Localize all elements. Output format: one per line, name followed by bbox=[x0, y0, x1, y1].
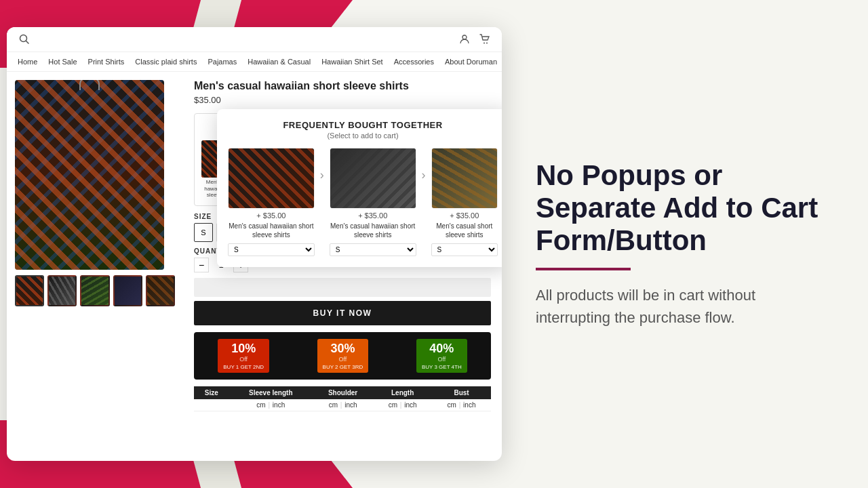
discount-item-2: 30% Off BUY 2 GET 3RD bbox=[317, 339, 369, 373]
size-chart-sleeve-units: cm | inch bbox=[229, 399, 313, 411]
fbt-modal-item-wrap-1: + $35.00 Men's casual hawaiian short sle… bbox=[228, 148, 315, 256]
shirt-pattern bbox=[15, 80, 164, 270]
browser-topbar bbox=[7, 27, 502, 52]
unit-cm-1: cm bbox=[256, 401, 265, 409]
svg-point-3 bbox=[484, 43, 485, 44]
fbt-modal-img-1 bbox=[228, 148, 315, 209]
discount-off-3: Off bbox=[422, 356, 462, 363]
size-chart-header-bust: Bust bbox=[432, 386, 491, 399]
fbt-modal-item-3: + $35.00 Men's casual short sleeve shirt… bbox=[431, 148, 498, 256]
thumbnail-1[interactable] bbox=[15, 275, 44, 306]
fbt-modal-title: FREQUENTLY BOUGHT TOGETHER bbox=[228, 120, 498, 130]
search-icon[interactable] bbox=[18, 33, 31, 46]
fbt-modal-name-1: Men's casual hawaiian short sleeve shirt… bbox=[228, 222, 315, 239]
size-chart-header-shoulder: Shoulder bbox=[313, 386, 373, 399]
size-chart-unit-row: cm | inch cm | inch cm bbox=[194, 399, 491, 411]
fbt-modal-item-1: + $35.00 Men's casual hawaiian short sle… bbox=[228, 148, 315, 256]
size-chart-shoulder-units: cm | inch bbox=[313, 399, 373, 411]
sep-1: | bbox=[268, 401, 271, 409]
nav-print-shirts[interactable]: Print Shirts bbox=[88, 58, 125, 66]
fbt-modal-price-2: + $35.00 bbox=[330, 211, 416, 220]
nav-about[interactable]: About Doruman bbox=[445, 58, 497, 66]
fbt-modal-size-1[interactable]: SMLXL bbox=[228, 243, 315, 256]
fbt-modal-price-3: + $35.00 bbox=[431, 211, 498, 220]
product-images bbox=[7, 72, 183, 455]
unit-cm-4: cm bbox=[448, 401, 456, 409]
discount-desc-2: BUY 2 GET 3RD bbox=[323, 364, 363, 370]
discount-item-3: 40% Off BUY 3 GET 4TH bbox=[416, 339, 467, 373]
fbt-modal-size-3[interactable]: SMLXL bbox=[431, 243, 498, 256]
discount-pct-3: 40% bbox=[429, 342, 454, 355]
thumbnail-4[interactable] bbox=[113, 275, 142, 306]
size-s[interactable]: S bbox=[194, 223, 213, 242]
thumbnail-3[interactable] bbox=[80, 275, 109, 306]
discount-off-1: Off bbox=[223, 356, 264, 363]
sep-4: | bbox=[459, 401, 462, 409]
product-price: $35.00 bbox=[194, 95, 491, 105]
fbt-modal-items: + $35.00 Men's casual hawaiian short sle… bbox=[228, 148, 498, 256]
discount-banner: 10% Off BUY 1 GET 2ND 30% Off BUY 2 GET … bbox=[194, 332, 491, 380]
fbt-modal-name-2: Men's casual hawaiian short sleeve shirt… bbox=[330, 222, 416, 239]
nav-hot-sale[interactable]: Hot Sale bbox=[48, 58, 77, 66]
sep-2: | bbox=[340, 401, 344, 409]
size-chart-header-size: Size bbox=[194, 386, 229, 399]
discount-pct-2: 30% bbox=[330, 342, 355, 355]
fbt-modal-name-3: Men's casual short sleeve shirts bbox=[431, 222, 498, 239]
fbt-modal-subtitle: (Select to add to cart) bbox=[228, 131, 498, 140]
quantity-decrease[interactable]: − bbox=[194, 258, 209, 272]
right-divider bbox=[536, 268, 631, 270]
unit-cm-3: cm bbox=[389, 401, 397, 409]
hanger-icon bbox=[79, 80, 100, 90]
unit-inch-2: inch bbox=[344, 401, 357, 409]
unit-inch-4: inch bbox=[463, 401, 475, 409]
thumbnail-5[interactable] bbox=[146, 275, 175, 306]
topbar-icons bbox=[458, 33, 491, 45]
product-title: Men's casual hawaiian short sleeve shirt… bbox=[194, 80, 491, 92]
right-content: No Popups or Separate Add to Cart Form/B… bbox=[502, 132, 868, 357]
size-chart-length-units: cm | inch bbox=[373, 399, 432, 411]
cart-icon[interactable] bbox=[479, 33, 491, 45]
product-area: Men's casual hawaiian short sleeve shirt… bbox=[7, 72, 502, 455]
unit-inch-3: inch bbox=[404, 401, 416, 409]
nav-hawaiian-set[interactable]: Hawaiian Shirt Set bbox=[321, 58, 383, 66]
svg-line-1 bbox=[26, 41, 29, 44]
svg-point-4 bbox=[486, 43, 488, 44]
main-product-image bbox=[15, 80, 164, 270]
buy-now-button[interactable]: BUY IT NOW bbox=[194, 301, 491, 325]
fbt-modal-arrow-2: › bbox=[422, 148, 426, 182]
fbt-modal-item-wrap-2: + $35.00 Men's casual hawaiian short sle… bbox=[330, 148, 416, 256]
add-to-cart-bar bbox=[194, 278, 491, 297]
nav-hawaiian-casual[interactable]: Hawaiian & Casual bbox=[248, 58, 311, 66]
right-heading: No Popups or Separate Add to Cart Form/B… bbox=[536, 159, 834, 258]
unit-inch-1: inch bbox=[273, 401, 285, 409]
fbt-modal-size-2[interactable]: SMLXL bbox=[330, 243, 416, 256]
nav-pajamas[interactable]: Pajamas bbox=[208, 58, 237, 66]
discount-desc-3: BUY 3 GET 4TH bbox=[422, 364, 462, 370]
sep-3: | bbox=[400, 401, 403, 409]
product-info: Men's casual hawaiian short sleeve shirt… bbox=[183, 72, 502, 455]
fbt-modal-item-2: + $35.00 Men's casual hawaiian short sle… bbox=[330, 148, 416, 256]
size-chart-header-sleeve: Sleeve length bbox=[229, 386, 313, 399]
discount-desc-1: BUY 1 GET 2ND bbox=[223, 364, 264, 370]
size-chart-bust-units: cm | inch bbox=[432, 399, 491, 411]
nav-accessories[interactable]: Accessories bbox=[394, 58, 434, 66]
discount-pct-1: 10% bbox=[231, 342, 256, 355]
account-icon[interactable] bbox=[458, 33, 471, 45]
nav-bar: Home Hot Sale Print Shirts Classic plaid… bbox=[7, 52, 502, 72]
right-description: All products will be in cart without int… bbox=[536, 284, 834, 329]
fbt-modal: FREQUENTLY BOUGHT TOGETHER (Select to ad… bbox=[217, 109, 502, 267]
discount-item-1: 10% Off BUY 1 GET 2ND bbox=[218, 339, 269, 373]
main-container: Home Hot Sale Print Shirts Classic plaid… bbox=[0, 0, 868, 488]
size-chart-header-length: Length bbox=[373, 386, 432, 399]
svg-point-2 bbox=[462, 35, 467, 39]
fbt-modal-img-2 bbox=[330, 148, 416, 209]
unit-cm-2: cm bbox=[329, 401, 338, 409]
fbt-modal-item-wrap-3: + $35.00 Men's casual short sleeve shirt… bbox=[431, 148, 498, 256]
thumbnail-2[interactable] bbox=[47, 275, 77, 306]
nav-home[interactable]: Home bbox=[18, 58, 37, 66]
nav-classic-plaid[interactable]: Classic plaid shirts bbox=[135, 58, 197, 66]
size-chart-empty bbox=[194, 399, 229, 411]
discount-off-2: Off bbox=[323, 356, 363, 363]
fbt-modal-arrow-1: › bbox=[320, 148, 324, 182]
thumbnail-row bbox=[15, 275, 175, 306]
